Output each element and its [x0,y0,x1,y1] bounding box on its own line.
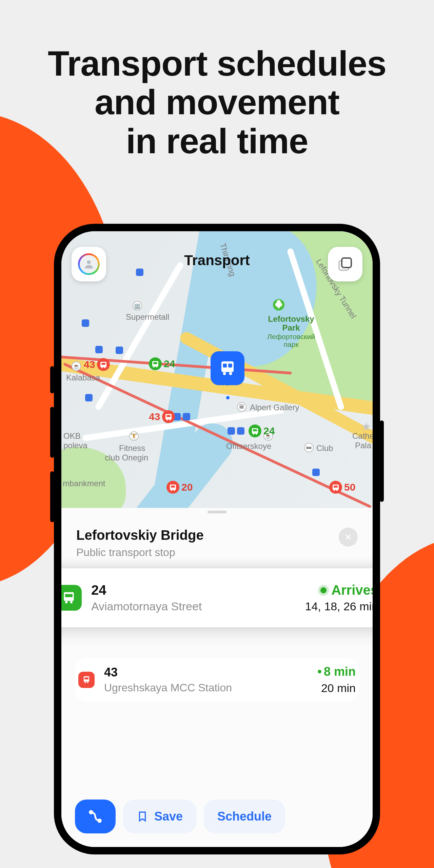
route-destination: Ugreshskaya MCC Station [104,682,308,694]
route-item-24[interactable]: 24 Aviamotornaya Street Arrives 14, 18, … [61,568,373,627]
route-status: Arrives [305,583,373,598]
metro-icon [116,347,123,354]
selected-stop-pin[interactable] [211,351,244,385]
vehicle-marker-24[interactable]: 24 [249,425,275,437]
poi-okb: OKB [63,431,81,441]
museum-icon: 🏛 [237,402,246,412]
poi-kalabasa: Kalabasa [66,373,100,382]
park-icon [273,299,284,311]
route-number: 24 [91,583,296,598]
stop-name: Lefortovskiy Bridge [76,528,204,543]
poi-supermetall: Supermetall [126,312,169,322]
svg-rect-2 [228,364,232,368]
tram-icon [78,672,95,688]
metro-icon [82,319,89,327]
map-area[interactable]: Lefortovsky Park Лефортовский парк Lefor… [61,231,373,508]
metro-icon [183,413,190,420]
promo-headline: Transport schedules and movement in real… [0,0,434,160]
phone-mockup: Lefortovsky Park Лефортовский парк Lefor… [54,224,380,854]
route-button[interactable] [75,800,116,833]
poi-fitness2: club Onegin [105,453,148,462]
cafe-icon: ☕ [72,361,81,371]
stop-subtitle: Public transport stop [76,546,204,559]
vehicle-marker-50[interactable]: 50 [329,481,355,494]
gym-icon: 🏋 [129,431,139,441]
metro-icon [95,346,103,353]
park-label: Lefortovsky Park Лефортовский парк [267,315,315,348]
poi-icon: 🏢 [133,301,142,311]
svg-point-8 [65,601,67,603]
close-button[interactable] [339,528,358,547]
selected-stop-dot [226,396,230,399]
map-title: Transport [61,252,373,269]
metro-icon [85,394,93,401]
route-live-eta: •8 min [317,665,356,679]
svg-point-13 [87,682,88,683]
metro-icon [136,269,143,276]
schedule-button[interactable]: Schedule [204,800,285,833]
poi-poleva: poleva [63,441,87,450]
svg-rect-11 [84,677,88,679]
poi-alpert: Alpert Gallery [250,403,299,412]
metro-icon [312,469,320,476]
svg-point-3 [223,372,226,375]
svg-rect-7 [65,594,73,597]
poi-pala: Pala [355,441,371,450]
vehicle-marker-43[interactable]: 43 [84,358,110,371]
poi-ofitser: Ofitserskoye [226,441,271,451]
bottom-sheet[interactable]: Lefortovskiy Bridge Public transport sto… [61,508,373,847]
metro-icon [237,427,244,435]
poi-cathe: Cathe [352,431,373,441]
poi-club: Club [316,443,333,453]
route-icon [87,808,104,825]
poi-fitness1: Fitness [119,443,145,453]
route-number: 43 [104,665,308,679]
hotel-icon: 🛏 [304,443,314,452]
grab-handle[interactable] [208,511,226,513]
vehicle-marker-24[interactable]: 24 [149,357,175,370]
vehicle-marker-43[interactable]: 43 [149,410,175,423]
route-item-43[interactable]: 43 Ugreshskaya MCC Station •8 min 20 min [75,658,359,702]
route-sched-eta: 20 min [317,682,356,695]
bookmark-icon [137,811,148,822]
vehicle-marker-20[interactable]: 20 [166,481,193,494]
bus-icon [61,585,82,611]
svg-point-4 [229,372,232,375]
svg-rect-1 [223,364,227,368]
embank-label: mbankment [63,479,105,488]
svg-point-12 [85,682,86,683]
phone-screen: Lefortovsky Park Лефортовский парк Lefor… [61,231,373,847]
live-dot-icon [320,587,327,593]
svg-point-9 [70,601,73,603]
route-times: 14, 18, 26 min [305,600,373,613]
route-destination: Aviamotornaya Street [91,600,296,613]
save-button[interactable]: Save [123,800,196,833]
metro-icon [228,427,235,435]
close-icon [344,533,352,541]
